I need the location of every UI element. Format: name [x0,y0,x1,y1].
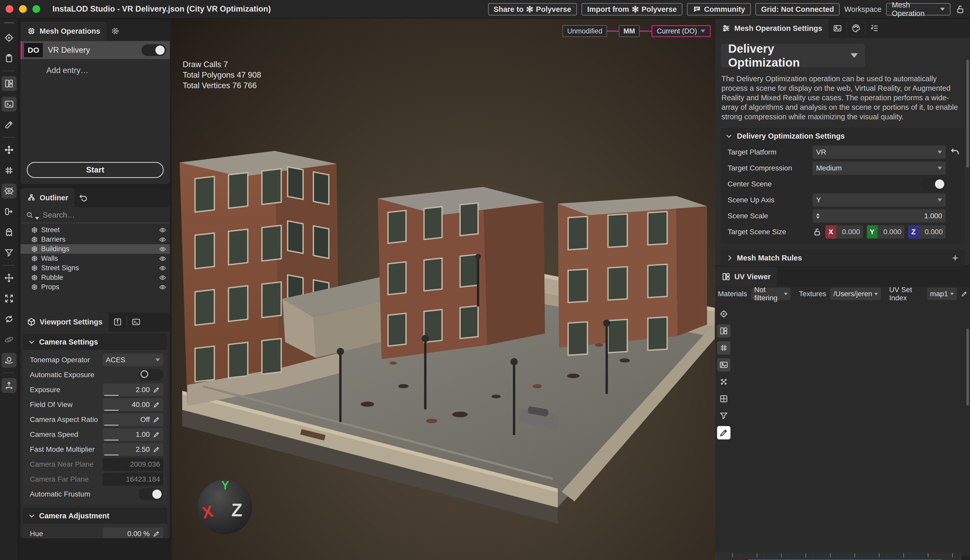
tab-mesh-operation-settings[interactable]: Mesh Operation Settings [715,18,828,38]
outliner-item-street[interactable]: Street [20,225,170,235]
stepper-arrows[interactable] [816,213,820,219]
target-size-x-field[interactable]: 0.000 [836,225,863,238]
target-size-z-field[interactable]: 0.000 [919,225,946,238]
scale-tool-icon[interactable] [2,291,17,306]
outliner-refresh-button[interactable] [74,188,92,207]
move-tool-icon[interactable] [2,270,17,285]
fov-field[interactable]: 40.00 [103,398,163,411]
uv-focus-icon[interactable] [717,307,730,321]
palette-view-button[interactable] [847,18,865,38]
outliner-item-buildings[interactable]: Buildings [20,244,170,254]
visibility-tool-icon[interactable] [2,183,17,198]
eye-icon[interactable] [159,255,166,262]
node-graph-tool-icon[interactable] [2,142,17,157]
gizmo-x-axis[interactable]: X [200,502,215,522]
pencil-icon[interactable] [153,530,160,537]
camera-gizmo-tool-icon[interactable] [2,353,17,368]
tonemap-dropdown[interactable]: ACES [103,353,163,367]
automatic-frustum-toggle[interactable] [139,488,163,500]
layout-tool-icon[interactable] [2,76,17,91]
camera-speed-field[interactable]: 1.00 [103,428,163,441]
viewport-3d[interactable]: Draw Calls 7 Total Polygons 47 908 Total… [172,18,715,560]
viewport-console-button[interactable] [127,312,145,332]
lock-icon[interactable] [955,4,965,14]
uv-grid-icon[interactable] [717,341,730,355]
material-view-button[interactable] [828,18,846,38]
export-tool-icon[interactable] [2,204,17,219]
exposure-field[interactable]: 2.00 [103,383,163,396]
textures-dropdown[interactable]: /Users/jeren [830,288,881,300]
tab-mesh-operations[interactable]: Mesh Operations [20,22,106,41]
import-from-polyverse-button[interactable]: Import from ✻ Polyverse [581,3,682,15]
pencil-icon[interactable] [961,290,967,298]
add-rule-button[interactable]: + [952,252,958,264]
operation-enabled-toggle[interactable] [142,44,166,56]
tab-outliner[interactable]: Outliner [20,188,74,207]
orbit-tool-icon[interactable] [2,332,17,347]
uv-canvas[interactable]: [0,1] [1,1] [0,0] [1,0] [715,552,962,560]
uv-texture-icon[interactable] [717,358,730,372]
mesh-match-rules-header[interactable]: Mesh Match Rules + [720,250,965,266]
list-view-button[interactable] [866,18,883,38]
camera-adjustment-header[interactable]: Camera Adjustment [23,508,167,524]
outliner-item-props[interactable]: Props [20,282,170,292]
panel-scrollbar[interactable] [967,60,969,168]
outliner-item-street-signs[interactable]: Street Signs [20,263,170,273]
center-scene-toggle[interactable] [921,178,946,190]
operation-entry-vr-delivery[interactable]: DO VR Delivery [20,41,170,59]
eye-icon[interactable] [159,227,166,234]
mesh-operations-settings-button[interactable] [106,22,124,41]
badge-current-do-dropdown[interactable]: Current (DO) [651,25,711,37]
pencil-icon[interactable] [153,416,160,423]
eye-icon[interactable] [159,283,166,291]
workspace-dropdown[interactable]: Mesh Operation [886,3,950,15]
target-compression-dropdown[interactable]: Medium [813,162,946,175]
eye-icon[interactable] [159,245,166,253]
ghost-tool-icon[interactable] [2,225,17,240]
window-close-button[interactable] [6,5,13,13]
navigation-gizmo[interactable]: X Y Z [198,480,252,534]
tab-uv-viewer[interactable]: UV Viewer [715,267,777,287]
target-platform-dropdown[interactable]: VR [813,145,946,159]
grid-tool-icon[interactable] [2,163,17,178]
reset-icon[interactable] [950,147,960,157]
badge-unmodified[interactable]: Unmodified [563,25,607,37]
badge-mm[interactable]: MM [619,25,639,37]
uv-scrollbar[interactable] [967,328,969,406]
pencil-icon[interactable] [153,431,160,438]
delivery-settings-header[interactable]: Delivery Optimization Settings [720,128,965,144]
paint-tool-icon[interactable] [2,117,17,132]
grid-status-button[interactable]: Grid: Not Connected [755,3,840,15]
gizmo-z-axis[interactable]: Z [231,500,242,520]
filter-tool-icon[interactable] [2,245,17,260]
toolbar-handle[interactable] [4,22,14,23]
pencil-icon[interactable] [153,401,160,408]
add-entry-button[interactable]: Add entry… [46,66,170,75]
search-filter-caret[interactable] [35,217,39,220]
uv-tiles-icon[interactable] [717,392,730,405]
clipboard-tool-icon[interactable] [2,51,17,66]
window-minimize-button[interactable] [19,5,27,13]
pencil-icon[interactable] [153,446,160,453]
gizmo-y-axis[interactable]: Y [221,478,229,492]
uv-set-dropdown[interactable]: map1 [927,288,957,300]
automatic-exposure-toggle[interactable] [139,369,163,381]
lock-open-icon[interactable] [813,227,822,237]
start-button[interactable]: Start [27,162,164,178]
window-zoom-button[interactable] [32,5,40,13]
uv-edit-icon[interactable] [717,426,730,439]
console-tool-icon[interactable] [2,97,17,112]
outliner-item-rubble[interactable]: Rubble [20,273,170,282]
viewport-info-button[interactable] [109,312,127,332]
fast-mode-field[interactable]: 2.50 [103,443,163,456]
uv-checker-icon[interactable] [717,375,730,388]
rotate-tool-icon[interactable] [2,312,17,327]
focus-tool-icon[interactable] [2,30,17,45]
uv-layout-mode-icon[interactable] [717,324,730,338]
pencil-icon[interactable] [153,386,160,393]
outliner-item-barriers[interactable]: Barriers [20,235,170,244]
upload-tool-icon[interactable] [2,378,17,393]
camera-settings-header[interactable]: Camera Settings [23,334,167,350]
eye-icon[interactable] [159,274,166,281]
target-size-y-field[interactable]: 0.000 [878,225,905,238]
